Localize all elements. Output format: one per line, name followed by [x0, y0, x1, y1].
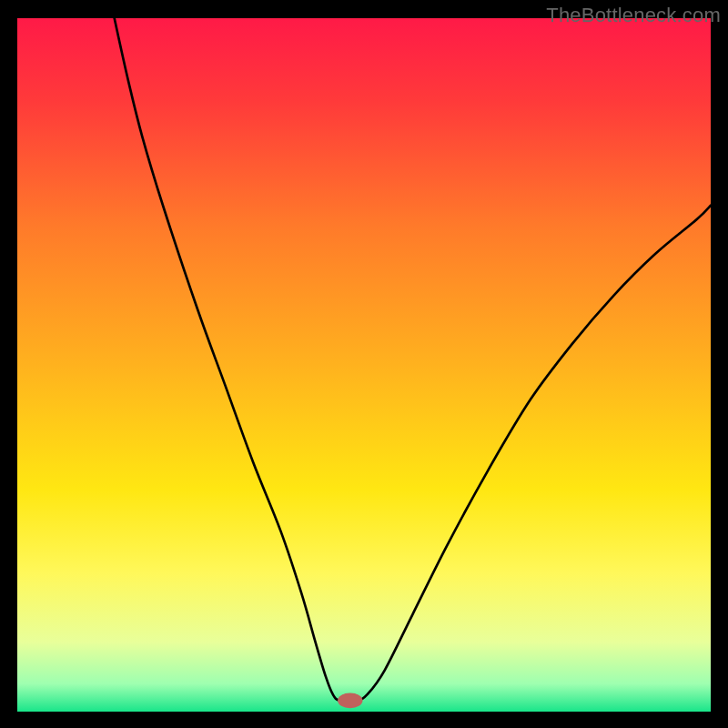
- plot-svg: [17, 18, 711, 712]
- minimum-marker: [338, 693, 362, 708]
- gradient-background: [17, 18, 711, 712]
- chart-frame: TheBottleneck.com: [0, 0, 728, 728]
- plot-area: [17, 18, 711, 712]
- watermark-text: TheBottleneck.com: [546, 4, 721, 27]
